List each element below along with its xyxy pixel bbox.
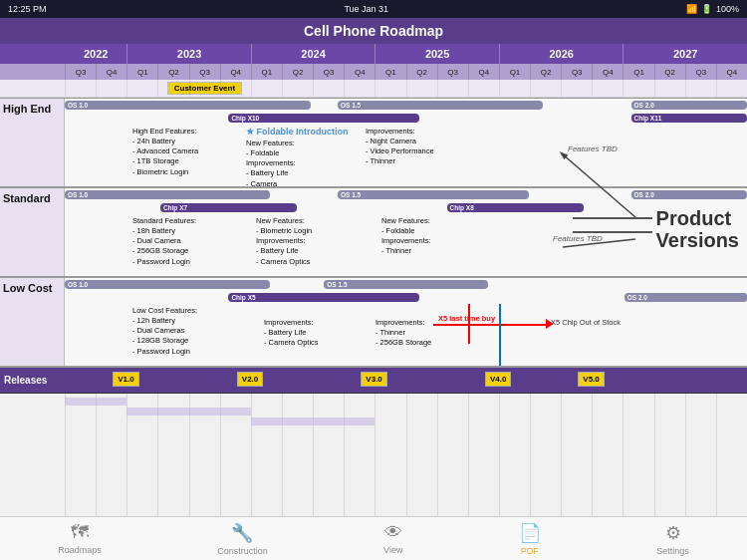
battery-icon: 🔋 <box>701 4 712 14</box>
low-cost-section: Low Cost OS 1.0OS 1.5Chip X5Chip X6OS 2.… <box>0 278 747 368</box>
quarter-label-9: Q4 <box>344 64 374 80</box>
year-label-2022: 2022 <box>65 44 126 64</box>
quarter-label-7: Q2 <box>282 64 313 80</box>
release-marker: V5.0 <box>578 372 604 387</box>
quarter-label-2: Q1 <box>126 64 157 80</box>
product-versions-annotation: ProductVersions <box>656 207 739 251</box>
out-of-stock-label: X5 Chip Out of Stock <box>551 318 621 327</box>
blue-vertical-line <box>499 304 501 366</box>
high-end-features: High End Features: - 24h Battery - Advan… <box>132 127 198 177</box>
quarter-label-4: Q3 <box>189 64 220 80</box>
releases-label: Releases <box>0 375 65 386</box>
lc-improvements2: Improvements: - Thinner - 256GB Storage <box>375 318 431 348</box>
customer-event-badge: Customer Event <box>167 82 242 95</box>
low-cost-content: OS 1.0OS 1.5Chip X5Chip X6OS 2.0 Low Cos… <box>65 278 747 366</box>
standard-features: Standard Features: - 18h Battery - Dual … <box>132 216 196 267</box>
tab-icon-construction: 🔧 <box>231 522 253 544</box>
os-bar: OS 1.0 <box>65 190 270 199</box>
high-end-section: High End OS 1.0OS 1.5OS 2.0Chip X10Chip … <box>0 99 747 188</box>
title-bar: Cell Phone Roadmap <box>0 18 747 44</box>
quarter-label-21: Q4 <box>716 64 747 80</box>
quarter-label-17: Q4 <box>592 64 622 80</box>
os-bar: OS 1.5 <box>338 101 543 110</box>
quarter-label-20: Q3 <box>685 64 716 80</box>
standard-label: Standard <box>0 188 65 276</box>
os-bar-20: OS 2.0 <box>624 293 747 302</box>
last-time-buy-line <box>433 324 548 326</box>
quarter-label-18: Q1 <box>622 64 653 80</box>
tab-pdf[interactable]: 📄PDF <box>519 522 541 556</box>
annotation-arrow-2 <box>573 231 652 233</box>
st-new-features2: New Features: - Foldable Improvements: -… <box>381 216 431 257</box>
quarter-label-8: Q3 <box>313 64 344 80</box>
he-improvements: Improvements: - Night Camera - Video Per… <box>366 127 434 167</box>
tab-bar: 🗺Roadmaps🔧Construction👁View📄PDF⚙Settings <box>0 516 747 560</box>
battery-pct: 100% <box>716 4 739 14</box>
quarter-label-16: Q3 <box>561 64 592 80</box>
os-bar: OS 2.0 <box>631 101 747 110</box>
year-label-2025: 2025 <box>374 44 499 64</box>
year-label-2023: 2023 <box>126 44 251 64</box>
quarter-label-13: Q4 <box>468 64 499 80</box>
os-bar: OS 1.0 <box>65 101 311 110</box>
os-bar: OS 2.0 <box>631 190 747 199</box>
release-marker: V4.0 <box>485 372 511 387</box>
quarter-label-0: Q3 <box>65 64 96 80</box>
last-time-buy-label: X5 last time buy <box>438 314 495 323</box>
os-bar: OS 1.5 <box>338 190 529 199</box>
annotation-arrow-1 <box>573 217 652 219</box>
chip-bar: Chip X8 <box>447 203 584 212</box>
year-label-2026: 2026 <box>499 44 623 64</box>
release-marker: V1.0 <box>113 372 138 387</box>
quarter-label-19: Q2 <box>654 64 685 80</box>
tab-construction[interactable]: 🔧Construction <box>217 522 268 556</box>
quarter-label-14: Q1 <box>499 64 530 80</box>
releases-row: Releases V1.0V2.0V3.0V4.0V5.0 <box>0 368 747 394</box>
tab-label-construction: Construction <box>217 546 268 556</box>
year-header: 202220232024202520262027 <box>0 44 747 64</box>
release-marker: V2.0 <box>237 372 263 387</box>
tab-label-settings: Settings <box>656 546 689 556</box>
tab-label-view: View <box>383 545 402 555</box>
high-end-content: OS 1.0OS 1.5OS 2.0Chip X10Chip X11 ★ Fol… <box>65 99 747 186</box>
quarter-label-12: Q3 <box>437 64 468 80</box>
low-cost-label: Low Cost <box>0 278 65 366</box>
lc-improvements: Improvements: - Battery Life - Camera Op… <box>264 318 319 348</box>
he-features-tbd: Features TBD <box>568 144 618 153</box>
quarter-label-10: Q1 <box>374 64 405 80</box>
wifi-icon: 📶 <box>686 4 697 14</box>
tab-roadmaps[interactable]: 🗺Roadmaps <box>58 522 102 555</box>
event-bar: Customer Event <box>0 80 747 98</box>
st-new-features: New Features: - Biometric Login Improvem… <box>256 216 312 267</box>
standard-section: Standard OS 1.0OS 1.5OS 2.0Chip X7Chip X… <box>0 188 747 278</box>
tab-view[interactable]: 👁View <box>383 522 402 555</box>
quarter-header: Q3Q4Q1Q2Q3Q4Q1Q2Q3Q4Q1Q2Q3Q4Q1Q2Q3Q4Q1Q2… <box>0 64 747 80</box>
red-vertical-line <box>468 304 470 344</box>
tab-label-roadmaps: Roadmaps <box>58 545 102 555</box>
he-new-features: New Features: - Foldable Improvements: -… <box>246 139 296 186</box>
tab-icon-settings: ⚙ <box>665 522 681 544</box>
tab-settings[interactable]: ⚙Settings <box>656 522 689 556</box>
year-label-2027: 2027 <box>622 44 747 64</box>
release-marker: V3.0 <box>361 372 386 387</box>
quarter-label-5: Q4 <box>220 64 251 80</box>
quarter-label-1: Q4 <box>96 64 126 80</box>
os-bar: OS 1.5 <box>324 280 487 289</box>
tab-icon-pdf: 📄 <box>519 522 541 544</box>
quarter-label-11: Q2 <box>406 64 437 80</box>
status-bar: 12:25 PM Tue Jan 31 📶 🔋 100% <box>0 0 747 18</box>
os-bar: OS 1.0 <box>65 280 270 289</box>
chip-bar: Chip X10 <box>228 114 419 123</box>
status-time: 12:25 PM <box>8 4 47 14</box>
year-label-2024: 2024 <box>251 44 375 64</box>
st-features-tbd: Features TBD <box>553 234 603 243</box>
app-title: Cell Phone Roadmap <box>304 23 443 39</box>
chip-bar: Chip X5 <box>228 293 419 302</box>
quarter-label-6: Q1 <box>251 64 282 80</box>
tab-icon-view: 👁 <box>384 522 402 543</box>
status-right: 📶 🔋 100% <box>686 4 739 14</box>
low-cost-features: Low Cost Features: - 12h Battery - Dual … <box>132 306 197 357</box>
quarter-label-3: Q2 <box>157 64 188 80</box>
quarter-label-15: Q2 <box>530 64 561 80</box>
foldable-intro: ★ Foldable Introduction <box>246 127 349 137</box>
